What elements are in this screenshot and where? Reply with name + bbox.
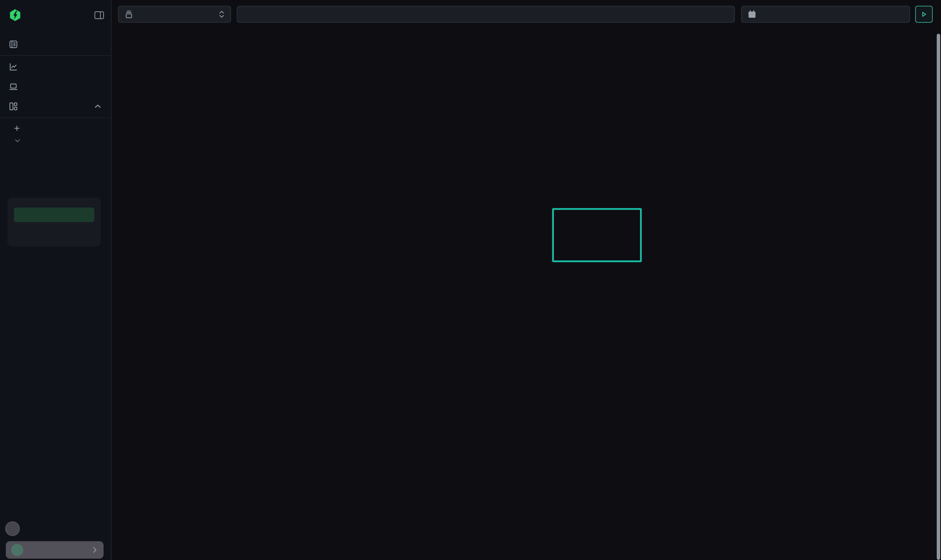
chevron-right-icon	[93, 546, 97, 554]
user-menu[interactable]	[6, 541, 103, 558]
chevron-up-icon[interactable]	[94, 104, 101, 109]
avatar	[11, 544, 23, 556]
sidebar-item-chart-explorer[interactable]	[0, 59, 111, 75]
search-page-icon	[9, 40, 18, 49]
search-bar	[237, 6, 735, 23]
query-language-toggle	[720, 11, 727, 18]
select-updown-icon	[219, 11, 225, 18]
sidebar	[0, 0, 112, 560]
hyperdx-logo-icon	[9, 9, 22, 22]
help-button[interactable]	[5, 522, 20, 536]
source-box-icon	[125, 10, 133, 19]
laptop-icon	[9, 82, 18, 91]
time-range-picker[interactable]	[741, 6, 910, 23]
get-started-button[interactable]	[14, 208, 94, 222]
plus-icon	[14, 125, 20, 131]
create-dashboard-button[interactable]	[14, 122, 106, 135]
search-input[interactable]	[244, 11, 716, 18]
dashboard-grid-icon	[9, 102, 18, 111]
chart-icon	[9, 62, 18, 71]
sidebar-collapse-icon[interactable]	[94, 11, 104, 20]
run-query-button[interactable]	[915, 6, 933, 23]
scrollbar-thumb[interactable]	[937, 34, 940, 560]
app-root	[0, 0, 941, 560]
logo-row	[9, 8, 104, 23]
chevron-down-icon	[15, 139, 20, 143]
sidebar-divider	[0, 117, 111, 118]
main-content	[112, 0, 941, 560]
sidebar-item-search[interactable]	[0, 36, 111, 52]
calendar-icon	[748, 10, 756, 18]
source-select[interactable]	[118, 6, 231, 23]
highlight-annotation	[552, 208, 642, 262]
cloud-promo-card	[8, 198, 101, 246]
sidebar-divider	[0, 55, 111, 56]
sidebar-item-client-sessions[interactable]	[0, 78, 111, 95]
sidebar-item-dashboards[interactable]	[0, 98, 111, 114]
presets-header[interactable]	[15, 135, 24, 146]
play-icon	[920, 10, 928, 18]
